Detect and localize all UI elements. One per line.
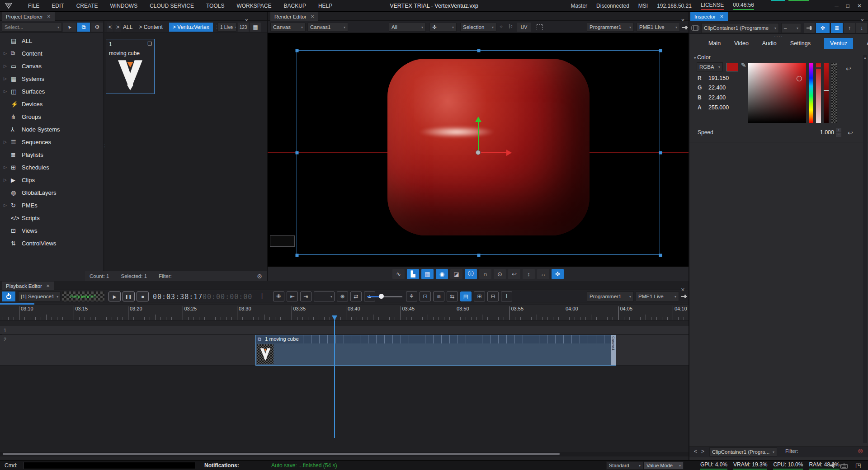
tree-item-controlviews[interactable]: ⇅ControlViews: [0, 237, 103, 249]
cmd-input[interactable]: [24, 462, 195, 469]
jump-next-cue-icon[interactable]: ⇥: [300, 291, 311, 301]
add-cue-icon[interactable]: ⊕: [337, 291, 348, 301]
cue-mode-dropdown[interactable]: ▾: [314, 291, 335, 301]
tree-item-schedules[interactable]: ▷⊞Schedules: [0, 161, 103, 174]
expand-arrow-icon[interactable]: ▷: [4, 178, 11, 182]
tab-project-explorer[interactable]: Project Explorer ✕: [2, 12, 55, 21]
backface-culling-icon[interactable]: ◪: [450, 269, 462, 279]
close-icon[interactable]: ✕: [47, 14, 51, 19]
shuffle-icon[interactable]: ⇄: [350, 291, 362, 301]
selection-mode-dropdown[interactable]: Selection▾: [460, 23, 496, 32]
alpha-slider[interactable]: [831, 63, 837, 123]
tree-item-pmes[interactable]: ▷↻PMEs: [0, 199, 103, 212]
playhead-marker[interactable]: [332, 315, 337, 320]
menu-help[interactable]: HELP: [318, 3, 332, 9]
fit-vertical-icon[interactable]: ↕: [523, 269, 535, 279]
menu-backup[interactable]: BACKUP: [284, 3, 306, 9]
timeline-ruler[interactable]: 03:1003:1503:2003:2503:3003:3503:4003:45…: [0, 305, 689, 321]
darkness-slider[interactable]: [824, 63, 829, 123]
pme-dropdown[interactable]: PME1 Live▾: [636, 291, 679, 301]
inspector-tab-video[interactable]: Video: [734, 40, 749, 47]
pixel-stairs-icon[interactable]: ▙: [407, 269, 419, 279]
tree-item-groups[interactable]: ⋔Groups: [0, 110, 103, 123]
select-cursor-button[interactable]: ➤: [63, 23, 76, 32]
breadcrumb-current[interactable]: > VentuzVertex: [169, 23, 213, 32]
programmer-dropdown[interactable]: Programmer1▾: [587, 291, 634, 301]
selection-handle[interactable]: [296, 49, 299, 52]
selection-handle[interactable]: [477, 49, 481, 52]
value-mode-dropdown[interactable]: Value Mode▾: [644, 461, 684, 470]
gizmo-toggle-button[interactable]: ✜: [816, 23, 830, 33]
bottom-node-dropdown[interactable]: ClipContainer1 (Progra...▾: [709, 447, 777, 456]
nav-down-button[interactable]: ↓: [856, 23, 867, 33]
play-button[interactable]: ▶: [108, 291, 121, 301]
nav-back-button[interactable]: <: [107, 23, 113, 32]
follow-selection-button[interactable]: ⧉: [77, 23, 90, 32]
menu-tools[interactable]: TOOLS: [206, 3, 224, 9]
menu-file[interactable]: FILE: [28, 3, 39, 9]
nav-forward-button[interactable]: >: [114, 23, 121, 32]
numbering-button[interactable]: 123: [238, 23, 249, 32]
inspected-node-dropdown[interactable]: ClipContainer1 (Programme▾: [701, 23, 779, 33]
snapshot-camera-icon[interactable]: ⊙: [494, 269, 506, 279]
canvas-type-dropdown[interactable]: Canvas▾: [270, 23, 306, 32]
frame-all-icon[interactable]: ⧈: [433, 291, 444, 301]
expand-arrow-icon[interactable]: ▷: [4, 140, 11, 144]
auto-scroll-icon[interactable]: ⇆: [447, 291, 458, 301]
speed-value[interactable]: 1.000: [802, 129, 834, 136]
maximize-button[interactable]: □: [846, 3, 849, 9]
power-button[interactable]: [2, 291, 15, 301]
slider-handle[interactable]: [823, 90, 829, 91]
stepper-up[interactable]: +: [836, 128, 841, 132]
selection-handle[interactable]: [477, 254, 481, 257]
grid-icon[interactable]: ▦: [421, 269, 434, 279]
color-mode-dropdown[interactable]: RGBA▾: [697, 62, 723, 71]
slider-knob[interactable]: [379, 294, 384, 299]
color-picker-cursor[interactable]: [797, 76, 802, 81]
tree-item-systems[interactable]: ▷▦Systems: [0, 72, 103, 85]
inspector-tab-ventuz[interactable]: Ventuz: [824, 38, 853, 49]
settings-button[interactable]: ⚙: [91, 23, 103, 32]
scrollbar-thumb[interactable]: [3, 453, 560, 455]
menu-create[interactable]: CREATE: [76, 3, 98, 9]
inspector-tab-audio[interactable]: Audio: [762, 40, 777, 47]
inspector-tab-settings[interactable]: Settings: [790, 40, 811, 47]
close-icon[interactable]: ✕: [46, 283, 50, 288]
eyedropper-icon[interactable]: ✎: [741, 61, 746, 69]
channel-a-value[interactable]: 255.000: [708, 104, 729, 111]
saturation-value-picker[interactable]: [748, 63, 806, 123]
selection-handle[interactable]: [296, 254, 299, 257]
tree-item-playlists[interactable]: ≣Playlists: [0, 148, 103, 161]
sequence-dropdown[interactable]: [1] Sequence1▾: [18, 291, 61, 301]
sparkle-icon[interactable]: ✧: [499, 24, 503, 30]
tree-item-devices[interactable]: ⚡Devices: [0, 98, 103, 110]
uv-button[interactable]: UV: [517, 23, 531, 32]
menu-windows[interactable]: WINDOWS: [110, 3, 137, 9]
track-row-1[interactable]: 1: [0, 326, 689, 334]
expand-arrow-icon[interactable]: ▷: [4, 89, 11, 94]
hue-slider[interactable]: [809, 63, 813, 123]
timeline-clip-moving-cube[interactable]: ⧉ 1 moving cube Canvas1: [255, 335, 616, 366]
info-icon[interactable]: ⓘ: [465, 269, 477, 279]
channel-g-value[interactable]: 22.400: [708, 85, 726, 91]
tree-item-content[interactable]: ▷⧉Content: [0, 47, 103, 60]
selection-handle[interactable]: [659, 151, 662, 155]
reset-view-icon[interactable]: ↩: [508, 269, 520, 279]
color-section-header[interactable]: ▾ Color: [694, 54, 711, 61]
sequence-thumbnail[interactable]: Sequence1: [62, 291, 104, 301]
pme-dropdown[interactable]: PME1 Live▾: [637, 23, 680, 32]
selection-handle[interactable]: [659, 254, 662, 257]
safe-area-button[interactable]: [533, 23, 545, 32]
history-forward-icon[interactable]: >: [701, 448, 704, 455]
insert-track-icon[interactable]: ⊞: [474, 291, 485, 301]
tree-item-scripts[interactable]: </>Scripts: [0, 212, 103, 224]
programmer-dropdown[interactable]: Programmer1▾: [587, 23, 634, 32]
jump-prev-cue-icon[interactable]: ⇤: [287, 291, 298, 301]
zoom-slider[interactable]: [367, 295, 402, 298]
canvas-dropdown[interactable]: Canvas1▾: [307, 23, 348, 32]
tree-item-all[interactable]: ▤ALL: [0, 34, 103, 47]
inspector-scrollbar[interactable]: [863, 55, 867, 443]
reset-color-icon[interactable]: ↩: [846, 65, 851, 72]
gizmo-x-axis[interactable]: [481, 152, 506, 153]
gizmo-y-axis[interactable]: [478, 122, 479, 150]
